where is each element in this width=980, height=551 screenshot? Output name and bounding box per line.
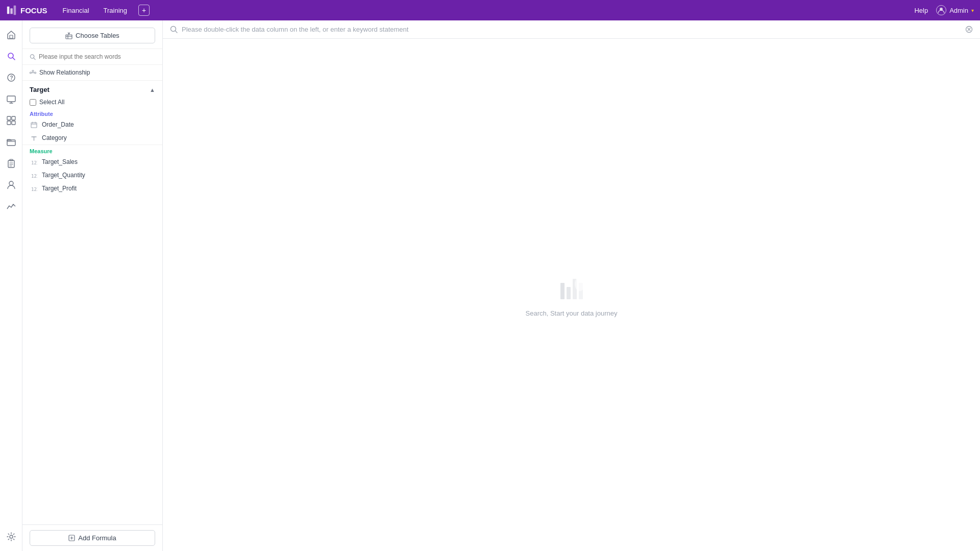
user-icon: [7, 180, 16, 189]
top-search-icon: [170, 26, 178, 33]
user-menu[interactable]: Admin ▾: [936, 5, 974, 15]
svg-rect-9: [7, 96, 15, 102]
clipboard-icon: [7, 159, 16, 168]
list-item[interactable]: Category: [22, 131, 162, 145]
target-section-header[interactable]: Target ▲: [22, 81, 162, 97]
svg-point-31: [30, 72, 32, 74]
text-field-icon: [30, 134, 38, 142]
user-chevron-icon: ▾: [971, 8, 974, 13]
svg-rect-12: [7, 116, 11, 120]
icon-sidebar: ?: [0, 20, 22, 551]
svg-point-24: [10, 535, 13, 538]
app-logo: FOCUS: [6, 5, 47, 16]
sidebar-item-user[interactable]: [2, 176, 20, 194]
svg-point-32: [35, 72, 36, 74]
sidebar-item-report[interactable]: [2, 90, 20, 108]
data-panel-content: Target ▲ Select All Attribute: [22, 81, 162, 524]
help-link[interactable]: Help: [914, 7, 928, 14]
panel-search-field: [22, 49, 162, 65]
number-icon-1: 123: [30, 158, 38, 166]
svg-rect-15: [12, 121, 15, 125]
logo-icon: [6, 5, 17, 16]
svg-rect-14: [7, 121, 11, 125]
list-item[interactable]: Order_Date: [22, 118, 162, 131]
add-tab-button[interactable]: +: [138, 5, 150, 16]
svg-rect-53: [560, 283, 565, 299]
svg-rect-13: [12, 116, 15, 120]
data-panel-footer: Add Formula: [22, 524, 162, 551]
sidebar-item-home[interactable]: [2, 26, 20, 44]
table-section-target: Target ▲ Select All Attribute: [22, 81, 162, 195]
svg-text:?: ?: [10, 75, 13, 81]
svg-text:123: 123: [31, 187, 37, 192]
field-target-quantity: Target_Quantity: [42, 172, 85, 179]
relationship-icon: [30, 69, 36, 76]
main-content: Search, Start your data journey: [163, 20, 980, 551]
top-search-bar: [163, 20, 980, 39]
svg-rect-54: [567, 287, 571, 299]
user-name: Admin: [949, 7, 968, 14]
chevron-up-icon: ▲: [150, 87, 155, 93]
svg-rect-2: [14, 6, 16, 15]
sidebar-item-clipboard[interactable]: [2, 154, 20, 173]
field-target-profit: Target_Profit: [42, 185, 77, 192]
field-order-date: Order_Date: [42, 121, 74, 128]
svg-rect-0: [7, 7, 10, 14]
home-icon: [7, 30, 16, 39]
navbar: FOCUS Financial Training + Help Admin ▾: [0, 0, 980, 20]
table-upload-icon: [65, 32, 72, 39]
sidebar-item-folder[interactable]: [2, 133, 20, 151]
settings-icon: [7, 532, 16, 541]
empty-state-chart-icon: [556, 273, 587, 303]
field-category: Category: [42, 134, 67, 141]
number-icon-3: 123: [30, 184, 38, 193]
nav-financial[interactable]: Financial: [60, 5, 92, 16]
svg-rect-18: [8, 160, 14, 167]
svg-rect-1: [10, 8, 13, 14]
sidebar-item-settings[interactable]: [2, 528, 20, 546]
data-panel: Choose Tables Show Relationship: [22, 20, 163, 551]
svg-rect-4: [10, 35, 13, 38]
sidebar-item-help[interactable]: ?: [2, 68, 20, 87]
list-item[interactable]: 123 Target_Profit: [22, 182, 162, 195]
svg-line-30: [34, 58, 35, 59]
measure-category-label: Measure: [22, 145, 162, 155]
sidebar-item-grid[interactable]: [2, 111, 20, 130]
navbar-right: Help Admin ▾: [914, 5, 974, 15]
svg-rect-25: [66, 35, 72, 39]
monitor-icon: [7, 94, 16, 104]
help-icon: ?: [7, 73, 16, 82]
select-all-checkbox[interactable]: [30, 99, 36, 106]
svg-rect-16: [7, 140, 15, 146]
analytics-icon: [7, 202, 16, 211]
panel-search-icon: [30, 54, 36, 60]
data-panel-header: Choose Tables: [22, 20, 162, 49]
add-formula-button[interactable]: Add Formula: [30, 530, 155, 546]
svg-point-34: [32, 70, 34, 71]
show-relationship-row[interactable]: Show Relationship: [22, 65, 162, 81]
list-item[interactable]: 123 Target_Sales: [22, 155, 162, 169]
choose-tables-button[interactable]: Choose Tables: [30, 28, 155, 43]
main-layout: ?: [0, 20, 980, 551]
sidebar-item-search[interactable]: [2, 47, 20, 65]
sidebar-item-analytics[interactable]: [2, 197, 20, 215]
clear-search-icon[interactable]: [965, 26, 973, 33]
svg-point-23: [9, 181, 13, 185]
logo-text: FOCUS: [20, 6, 47, 15]
select-all-label[interactable]: Select All: [39, 99, 64, 106]
svg-point-48: [171, 27, 176, 32]
svg-rect-36: [31, 123, 37, 128]
empty-state-text: Search, Start your data journey: [526, 309, 618, 317]
list-item[interactable]: 123 Target_Quantity: [22, 169, 162, 182]
svg-point-57: [575, 277, 585, 291]
add-formula-label: Add Formula: [78, 534, 116, 542]
svg-text:123: 123: [31, 174, 37, 179]
nav-training[interactable]: Training: [101, 5, 130, 16]
folder-icon: [7, 137, 16, 147]
target-section-name: Target: [30, 86, 50, 93]
panel-search-input[interactable]: [39, 53, 155, 60]
calendar-icon: [30, 121, 38, 129]
top-search-input[interactable]: [182, 26, 961, 33]
add-formula-icon: [68, 535, 75, 541]
user-avatar-icon: [936, 5, 946, 15]
